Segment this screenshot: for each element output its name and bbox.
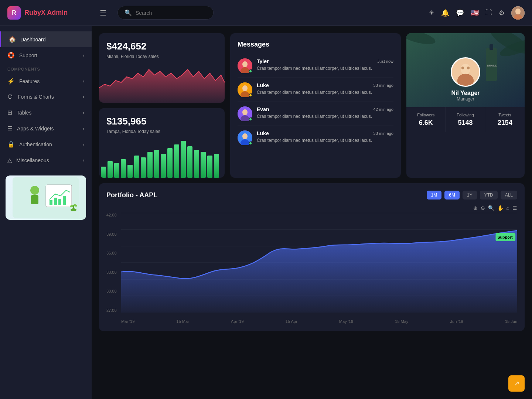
x-label: 15 May (395, 319, 408, 324)
filter-ytd[interactable]: YTD (480, 191, 498, 200)
sun-icon[interactable]: ☀ (429, 9, 434, 17)
chevron-right-icon: › (83, 158, 84, 163)
svg-point-40 (242, 109, 248, 115)
msg-content-luke2: Luke 33 min ago Cras tempor diam nec met… (257, 130, 393, 144)
profile-stats: Followers 6.6K Following 5148 Tweets 215… (406, 107, 525, 132)
msg-content-tyler: Tyler Just now Cras tempor diam nec metu… (257, 58, 393, 72)
svg-text:Support: Support (497, 235, 512, 239)
y-label: 36.00 (106, 251, 117, 255)
sidebar-item-dashboard[interactable]: 🏠 Dashboard (0, 31, 92, 47)
logo-icon: R (7, 6, 21, 20)
profile-avatar-wrap: Nil Yeager Manager (451, 57, 480, 102)
logo-text: RubyX Admin (24, 9, 68, 17)
flag-icon[interactable]: 🇺🇸 (471, 9, 479, 17)
svg-rect-22 (147, 152, 153, 178)
x-label: May '19 (339, 319, 353, 324)
tables-icon: ⊞ (7, 109, 12, 116)
chevron-right-icon: › (83, 94, 84, 99)
sidebar: 🏠 Dashboard 🛟 Support › Components ⚡ Fea… (0, 26, 92, 399)
chart-x-labels: Mar '19 15 Mar Apr '19 15 Apr May '19 15… (121, 319, 517, 324)
sidebar-item-authentication[interactable]: 🔒 Authentication › (0, 136, 92, 152)
message-item: Tyler Just now Cras tempor diam nec metu… (238, 54, 393, 78)
online-dot (249, 93, 252, 97)
x-label: Jun '19 (450, 319, 463, 324)
topbar-right: ☀ 🔔 💬 🇺🇸 ⛶ ⚙ (429, 6, 525, 20)
chat-icon[interactable]: 💬 (456, 9, 464, 17)
chevron-right-icon: › (83, 142, 84, 147)
msg-avatar-evan (238, 106, 252, 121)
online-dot (249, 141, 252, 145)
svg-rect-16 (108, 161, 113, 178)
svg-point-53 (461, 64, 470, 75)
sidebar-item-tables[interactable]: ⊞ Tables › (0, 105, 92, 120)
menu-chart-icon[interactable]: ☰ (512, 205, 517, 211)
apps-icon: ☰ (7, 125, 13, 132)
sidebar-item-features[interactable]: ⚡ Features › (0, 73, 92, 89)
zoom-icon[interactable]: 🔍 (488, 205, 494, 211)
msg-avatar-luke1 (238, 82, 252, 97)
svg-rect-24 (161, 154, 166, 178)
portfolio-header: Portfolio - AAPL 1M 6M 1Y YTD ALL (106, 191, 517, 200)
profile-card: BRAND Nil Ye (406, 33, 525, 178)
chart-y-labels: 42.00 39.00 36.00 33.00 30.00 27.00 (106, 213, 117, 313)
svg-point-43 (242, 133, 248, 139)
y-label: 27.00 (106, 308, 117, 313)
y-label: 42.00 (106, 213, 117, 217)
svg-rect-15 (101, 167, 106, 178)
profile-stat-following: Following 5148 (446, 107, 485, 132)
svg-point-54 (457, 74, 474, 87)
sidebar-item-apps-widgets[interactable]: ☰ Apps & Widgets › (0, 120, 92, 136)
svg-point-34 (242, 61, 248, 67)
svg-rect-25 (167, 148, 173, 178)
svg-point-1 (515, 8, 521, 14)
chart-tools: ⊕ ⊖ 🔍 ✋ ⌂ ☰ (106, 205, 517, 211)
svg-rect-5 (31, 195, 38, 204)
message-item: Luke 33 min ago Cras tempor diam nec met… (238, 126, 393, 150)
tampa-chart (99, 133, 225, 178)
svg-point-37 (242, 85, 248, 91)
svg-rect-28 (187, 146, 192, 178)
search-bar[interactable]: 🔍 (117, 6, 214, 20)
zoom-in-icon[interactable]: ⊕ (473, 205, 478, 211)
main-content: $424,652 Miami, Florida Today sales (92, 26, 532, 399)
pan-icon[interactable]: ✋ (497, 205, 504, 211)
x-label: Mar '19 (121, 319, 134, 324)
bell-icon[interactable]: 🔔 (441, 9, 449, 17)
svg-point-4 (30, 186, 39, 195)
home-chart-icon[interactable]: ⌂ (507, 205, 509, 211)
sidebar-item-miscellaneous[interactable]: △ Miscellaneous › (0, 152, 92, 168)
svg-rect-27 (181, 141, 186, 178)
svg-rect-7 (50, 200, 52, 205)
chevron-right-icon: › (83, 110, 84, 115)
lock-icon: 🔒 (7, 141, 15, 148)
svg-rect-23 (154, 150, 159, 178)
svg-rect-30 (201, 152, 206, 178)
filter-all[interactable]: ALL (501, 191, 517, 200)
hamburger-icon[interactable]: ☰ (100, 8, 106, 17)
svg-rect-31 (207, 156, 212, 178)
messages-title: Messages (238, 41, 393, 48)
miami-chart (99, 58, 225, 103)
stats-column: $424,652 Miami, Florida Today sales (99, 33, 225, 178)
chevron-right-icon: › (83, 53, 84, 58)
svg-rect-18 (121, 159, 126, 178)
fullscreen-icon[interactable]: ⛶ (485, 9, 492, 17)
svg-rect-26 (174, 144, 179, 178)
topbar: R RubyX Admin ☰ 🔍 ☀ 🔔 💬 🇺🇸 ⛶ ⚙ (0, 0, 532, 26)
svg-rect-29 (194, 150, 199, 178)
message-item: Luke 33 min ago Cras tempor diam nec met… (238, 78, 393, 102)
filter-1m[interactable]: 1M (427, 191, 442, 200)
sidebar-item-forms-charts[interactable]: ⏱ Forms & Charts › (0, 89, 92, 105)
zoom-out-icon[interactable]: ⊖ (481, 205, 485, 211)
avatar[interactable] (511, 6, 525, 20)
portfolio-chart: 42.00 39.00 36.00 33.00 30.00 27.00 Mar … (106, 213, 517, 324)
filter-6m[interactable]: 6M (444, 191, 460, 200)
goto-top-button[interactable]: ↗ (508, 375, 525, 392)
settings-icon[interactable]: ⚙ (499, 9, 505, 17)
sidebar-item-support[interactable]: 🛟 Support › (0, 47, 92, 63)
filter-1y[interactable]: 1Y (463, 191, 477, 200)
sidebar-promo-image (6, 175, 86, 220)
search-input[interactable] (136, 10, 207, 16)
svg-rect-10 (63, 196, 66, 205)
search-icon: 🔍 (125, 9, 132, 16)
